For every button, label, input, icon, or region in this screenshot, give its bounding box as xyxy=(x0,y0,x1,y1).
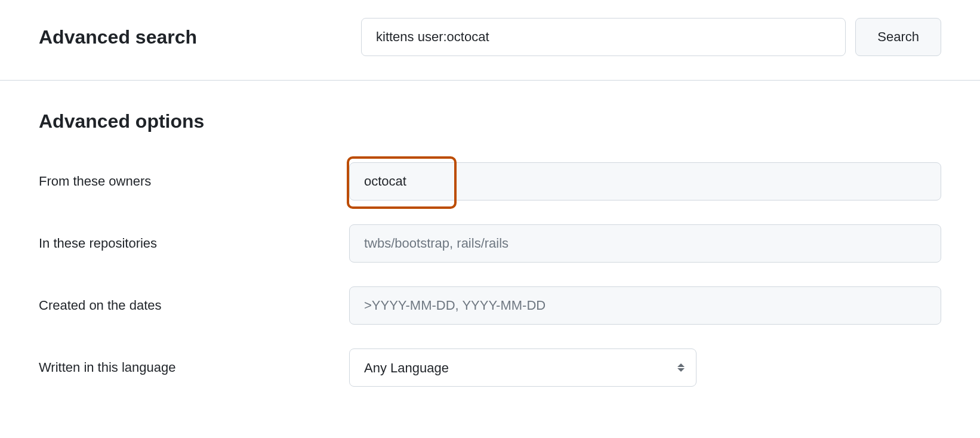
language-select-wrapper: Any Language xyxy=(349,348,697,387)
search-button[interactable]: Search xyxy=(855,18,941,56)
language-row: Written in this language Any Language xyxy=(39,348,941,387)
search-header: Advanced search Search xyxy=(0,0,980,81)
created-input[interactable] xyxy=(349,286,941,325)
owners-input[interactable] xyxy=(349,162,941,201)
advanced-options-section: Advanced options From these owners In th… xyxy=(0,81,980,428)
language-label: Written in this language xyxy=(39,360,349,375)
created-row: Created on the dates xyxy=(39,286,941,325)
created-label: Created on the dates xyxy=(39,298,349,313)
owners-input-wrapper xyxy=(349,162,941,201)
owners-row: From these owners xyxy=(39,162,941,201)
repositories-label: In these repositories xyxy=(39,236,349,251)
section-title: Advanced options xyxy=(39,110,941,132)
language-select[interactable]: Any Language xyxy=(349,348,697,387)
repositories-input-wrapper xyxy=(349,224,941,263)
search-input-wrapper: Search xyxy=(361,18,941,56)
owners-label: From these owners xyxy=(39,174,349,189)
page-title: Advanced search xyxy=(39,26,349,48)
search-input[interactable] xyxy=(361,18,846,56)
repositories-input[interactable] xyxy=(349,224,941,263)
created-input-wrapper xyxy=(349,286,941,325)
repositories-row: In these repositories xyxy=(39,224,941,263)
